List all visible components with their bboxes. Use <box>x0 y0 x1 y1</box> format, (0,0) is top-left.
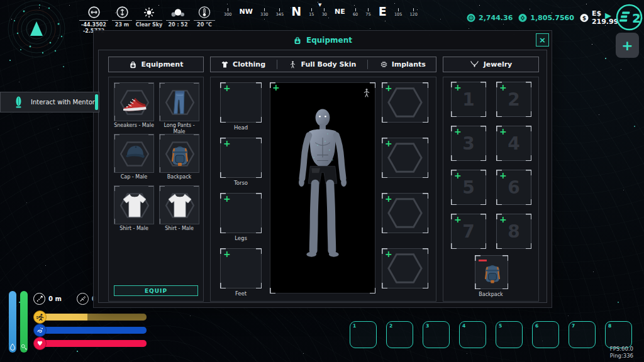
add-icon[interactable]: + <box>454 126 462 137</box>
syringe-icon <box>77 293 89 305</box>
hud-altitude: 23 m <box>112 5 132 28</box>
compass-tick: 75 <box>365 8 370 17</box>
hotkey-label: 3 <box>426 323 429 329</box>
hotbar-slot-1[interactable]: 1 <box>350 321 377 348</box>
compass-east: E <box>379 6 387 17</box>
character-model-viewport[interactable]: + <box>270 82 375 293</box>
implant-slot-4[interactable]: + <box>382 248 428 288</box>
inventory-item-backpack[interactable]: Backpack <box>159 134 199 180</box>
sneaker-image <box>119 87 150 118</box>
add-icon[interactable]: + <box>223 194 231 204</box>
implant-slot-3[interactable]: + <box>382 193 428 233</box>
remove-icon[interactable] <box>479 260 487 261</box>
stamina-icon <box>33 310 47 324</box>
slot-head[interactable]: + Head <box>219 82 262 131</box>
moon-cloud-icon <box>170 5 186 19</box>
tab-full-body-skin[interactable]: Full Body Skin <box>285 57 360 72</box>
tab-label: Equipment <box>142 60 184 69</box>
hotkey-label: 1 <box>353 323 356 329</box>
inventory-item-long-pants[interactable]: Long Pants - Male <box>159 82 199 134</box>
status-info-row: 0 m 0 <box>33 293 96 305</box>
hotbar-slot-3[interactable]: 3 <box>423 321 450 348</box>
implant-slot-2[interactable]: + <box>382 138 428 178</box>
hotbar-slot-5[interactable]: 5 <box>496 321 523 348</box>
stamina-bar <box>39 314 147 321</box>
add-window-button[interactable]: + <box>616 33 639 58</box>
close-button[interactable]: × <box>536 33 549 47</box>
jewelry-slot-8[interactable]: 8 + <box>496 214 531 249</box>
add-icon[interactable]: + <box>223 83 231 94</box>
add-icon[interactable]: + <box>223 138 231 149</box>
add-icon[interactable]: + <box>499 82 507 93</box>
tab-implants[interactable]: Implants <box>376 57 430 72</box>
slot-legs[interactable]: + Legs <box>219 193 262 241</box>
add-icon[interactable]: + <box>499 170 507 181</box>
compass-tick: 60 <box>353 8 358 17</box>
jewelry-slot-2[interactable]: 2 + <box>496 82 531 117</box>
compass-heading-marker-icon: ▼ <box>318 3 321 8</box>
person-icon[interactable] <box>362 85 372 101</box>
person-icon <box>289 60 297 69</box>
play-icon[interactable]: ▶ <box>605 11 611 19</box>
divider <box>136 20 162 21</box>
hud-weather: Clear Sky <box>136 5 162 28</box>
inventory-item-shirt-1[interactable]: Shirt - Male <box>114 185 154 232</box>
tab-clothing[interactable]: Clothing <box>217 57 269 72</box>
shirt-image <box>119 190 150 221</box>
item-label: Shirt - Male <box>114 226 154 232</box>
dialog-title-bar: Equipment <box>94 31 552 50</box>
tab-label: Jewelry <box>484 60 513 69</box>
jewelry-slot-6[interactable]: 6 + <box>496 170 531 205</box>
jewelry-slot-1[interactable]: 1 + <box>451 82 486 117</box>
add-icon[interactable]: + <box>454 170 462 181</box>
hotbar-slot-7[interactable]: 7 <box>569 321 596 348</box>
tab-jewelry[interactable]: Jewelry <box>443 57 539 72</box>
slot-feet[interactable]: + Feet <box>219 248 262 297</box>
slot-label: Feet <box>235 290 247 297</box>
add-icon[interactable]: + <box>385 194 392 204</box>
implant-slot-1[interactable]: + <box>382 82 428 123</box>
add-icon[interactable]: + <box>499 126 507 137</box>
compass-tick: 345 <box>276 8 284 17</box>
add-icon[interactable]: + <box>454 82 462 93</box>
add-icon[interactable]: + <box>223 249 231 260</box>
notification-edge-accent <box>95 94 98 110</box>
hotbar-slot-4[interactable]: 4 <box>459 321 486 348</box>
compass-strip: 300 NW 330 345 N 15 30 NE 60 75 E 105 12… <box>224 6 418 17</box>
compass-tick: 300 <box>224 8 231 17</box>
balance-primary: 2,744.36 <box>479 14 513 22</box>
game-logo[interactable]: 2 <box>615 3 643 31</box>
equip-button[interactable]: EQUIP <box>114 285 198 296</box>
close-icon: × <box>539 36 546 44</box>
hotbar-slot-2[interactable]: 2 <box>386 321 413 348</box>
add-icon[interactable]: + <box>272 82 280 93</box>
divider <box>112 20 132 21</box>
compass-cardinal: NW <box>240 8 253 17</box>
divider <box>79 20 108 21</box>
add-icon[interactable]: + <box>385 249 392 260</box>
jewelry-slot-7[interactable]: 7 + <box>451 214 486 249</box>
hotbar-slot-8[interactable]: 8 <box>605 321 632 348</box>
add-icon[interactable]: + <box>454 214 462 225</box>
svg-text:$: $ <box>582 14 586 21</box>
slot-torso[interactable]: + Torso <box>219 138 262 186</box>
jewelry-slot-5[interactable]: 5 + <box>451 170 486 205</box>
mentor-monument-icon <box>14 96 23 109</box>
inventory-item-sneakers[interactable]: Sneakers - Male <box>114 82 154 129</box>
dialog-body: Equipment Clothing Full Body Skin Implan… <box>98 50 547 303</box>
hotbar-slot-6[interactable]: 6 <box>532 321 559 348</box>
jewelry-slot-4[interactable]: 4 + <box>496 126 531 161</box>
equipped-backpack-slot[interactable] <box>475 255 508 289</box>
add-icon[interactable]: + <box>385 83 392 94</box>
character-panel: + Head + Torso + Legs + Feet + <box>210 77 436 302</box>
inventory-item-cap[interactable]: Cap - Male <box>114 134 154 180</box>
inventory-item-shirt-2[interactable]: Shirt - Male <box>159 185 199 232</box>
compass-north: N <box>291 6 301 17</box>
dialog-title: Equipment <box>306 36 352 45</box>
tab-equipment[interactable]: Equipment <box>108 57 204 72</box>
slot-label: Torso <box>234 180 248 186</box>
add-icon[interactable]: + <box>499 214 507 225</box>
add-icon[interactable]: + <box>385 138 392 149</box>
jewelry-slot-3[interactable]: 3 + <box>451 126 486 161</box>
nutrition-bar <box>20 291 28 353</box>
